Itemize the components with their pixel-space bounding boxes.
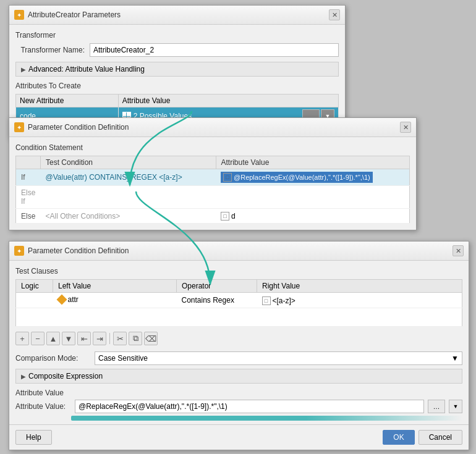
composite-label: Composite Expression — [28, 372, 103, 380]
attr-val-ellipsis-btn[interactable]: … — [428, 400, 445, 413]
page-icon: □ — [223, 173, 232, 182]
if-attr-value-cell: □ @ReplaceRegEx(@Value(attr),".*([1-9]).… — [216, 169, 409, 186]
attrs-label: Attributes To Create — [15, 82, 339, 90]
win2-titlebar: ✦ Parameter Condition Definition ✕ — [9, 118, 416, 137]
comparison-dropdown-icon: ▼ — [451, 354, 459, 363]
ok-button[interactable]: OK — [383, 430, 414, 445]
test-clauses-table: Logic Left Value Operator Right Value at… — [15, 279, 462, 327]
test-clause-row[interactable]: attr Contains Regex □ <[a-z]> — [16, 293, 462, 308]
advanced-section[interactable]: ▶ Advanced: Attribute Value Handling — [15, 62, 339, 77]
else-page-icon: □ — [221, 212, 229, 221]
move-bottom-btn[interactable]: ⇥ — [93, 332, 106, 345]
elseif-condition-cell — [41, 186, 216, 209]
advanced-arrow-icon: ▶ — [21, 66, 26, 73]
col-attr-value: Attribute Value — [216, 156, 409, 169]
operator-cell: Contains Regex — [177, 293, 257, 308]
win3-icon: ✦ — [14, 246, 24, 256]
col-test-condition: Test Condition — [41, 156, 216, 169]
copy-btn[interactable]: ⧉ — [129, 332, 142, 345]
paste-btn[interactable]: ⌫ — [144, 332, 158, 345]
attr-val-section: Attribute Value Attribute Value: … ▼ — [15, 389, 462, 421]
move-top-btn[interactable]: ⇤ — [77, 332, 91, 345]
left-value-text: attr — [68, 295, 79, 304]
win2-title: Parameter Condition Definition — [28, 123, 396, 132]
win1-close[interactable]: ✕ — [329, 9, 340, 20]
win2-close[interactable]: ✕ — [400, 122, 411, 133]
col-logic: Logic — [16, 280, 53, 293]
win3-close[interactable]: ✕ — [453, 245, 464, 256]
right-page-icon: □ — [262, 296, 271, 305]
test-clauses-label: Test Clauses — [15, 267, 462, 275]
win3-title: Parameter Condition Definition — [28, 246, 449, 255]
diamond-icon — [56, 295, 67, 305]
win3-titlebar: ✦ Parameter Condition Definition ✕ — [9, 242, 469, 261]
else-condition-cell: <All Other Conditions> — [41, 209, 216, 224]
comparison-label: Comparison Mode: — [15, 354, 90, 363]
win1-title: AttributeCreator Parameters — [28, 11, 325, 19]
col-right-value: Right Value — [257, 280, 462, 293]
else-row[interactable]: Else <All Other Conditions> □ d — [16, 209, 410, 224]
left-value-cell: attr — [53, 293, 177, 308]
condition-table: Test Condition Attribute Value If @Value… — [15, 156, 410, 224]
attr-val-input[interactable] — [75, 400, 424, 413]
ok-cancel-group: OK Cancel — [383, 430, 462, 445]
if-attr-value-text: □ @ReplaceRegEx(@Value(attr),".*([1-9]).… — [221, 172, 373, 183]
help-button[interactable]: Help — [15, 430, 52, 445]
right-value-cell: □ <[a-z]> — [257, 293, 462, 308]
advanced-label: Advanced: Attribute Value Handling — [28, 65, 145, 74]
if-condition-text: @Value(attr) CONTAINS_REGEX <[a-z]> — [46, 173, 182, 182]
elseif-label: Else If — [16, 186, 41, 209]
transformer-name-input[interactable] — [90, 43, 339, 57]
comparison-select[interactable]: Case Sensitive ▼ — [95, 351, 462, 365]
move-up-btn[interactable]: ▲ — [46, 332, 60, 345]
comparison-value: Case Sensitive — [98, 354, 148, 363]
col-operator: Operator — [177, 280, 257, 293]
remove-btn[interactable]: − — [31, 332, 45, 345]
attr-val-input-label: Attribute Value: — [15, 402, 71, 411]
col-row-label — [16, 156, 41, 169]
cut-btn[interactable]: ✂ — [113, 332, 127, 345]
cancel-button[interactable]: Cancel — [419, 430, 462, 445]
elseif-value-cell — [216, 186, 409, 209]
if-condition-cell: @Value(attr) CONTAINS_REGEX <[a-z]> — [41, 169, 216, 186]
move-down-btn[interactable]: ▼ — [62, 332, 75, 345]
attr-val-heading: Attribute Value — [15, 389, 462, 397]
elseif-row[interactable]: Else If — [16, 186, 410, 209]
add-btn[interactable]: + — [15, 332, 29, 345]
if-label: If — [16, 169, 41, 186]
else-label: Else — [16, 209, 41, 224]
transformer-name-label: Transformer Name: — [15, 46, 90, 54]
comparison-mode-row: Comparison Mode: Case Sensitive ▼ — [15, 351, 462, 365]
logic-cell — [16, 293, 53, 308]
if-row[interactable]: If @Value(attr) CONTAINS_REGEX <[a-z]> □… — [16, 169, 410, 186]
win2-icon: ✦ — [14, 122, 24, 132]
composite-arrow-icon: ▶ — [21, 373, 26, 380]
else-value-cell: □ d — [216, 209, 409, 224]
param-condition-window-middle: ✦ Parameter Condition Definition ✕ Condi… — [9, 117, 417, 230]
attr-val-row: Attribute Value: … ▼ — [15, 400, 462, 413]
col-left-value: Left Value — [53, 280, 177, 293]
attr-val-dropdown-btn[interactable]: ▼ — [449, 400, 462, 413]
toolbar-sep — [109, 333, 110, 344]
col-new-attribute: New Attribute — [16, 95, 119, 107]
win1-titlebar: ✦ AttributeCreator Parameters ✕ — [9, 6, 345, 25]
param-condition-window-bottom: ✦ Parameter Condition Definition ✕ Test … — [9, 241, 469, 450]
empty-row — [16, 308, 462, 327]
col-attribute-value: Attribute Value — [118, 95, 338, 107]
attr-val-scrollbar — [71, 416, 462, 421]
right-value-text: <[a-z]> — [273, 296, 295, 305]
operator-text: Contains Regex — [182, 296, 234, 305]
bottom-bar: Help OK Cancel — [9, 424, 469, 450]
composite-section[interactable]: ▶ Composite Expression — [15, 369, 462, 384]
condition-label: Condition Statement — [15, 143, 410, 152]
transformer-label: Transformer — [15, 31, 339, 40]
clause-toolbar: + − ▲ ▼ ⇤ ⇥ ✂ ⧉ ⌫ — [15, 329, 462, 348]
win1-icon: ✦ — [14, 10, 24, 20]
